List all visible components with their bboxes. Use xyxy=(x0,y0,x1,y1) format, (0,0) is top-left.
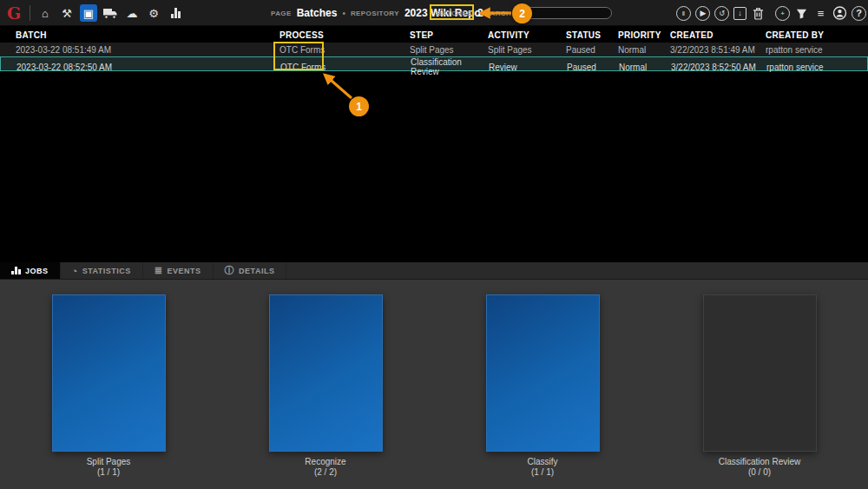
cell-created-by: rpatton service xyxy=(766,63,867,72)
job-count: (1 / 1) xyxy=(97,467,120,477)
cell-activity: Review xyxy=(489,63,567,72)
truck-icon[interactable] xyxy=(102,4,119,22)
cell-step: Classification Review xyxy=(411,57,489,76)
column-header-batch: BATCH xyxy=(16,30,279,40)
table-row-selected[interactable]: 2023-03-22 08:52:50 AM OTC Forms Classif… xyxy=(0,56,868,71)
batch-processing-icon[interactable]: ▣ xyxy=(80,4,97,22)
cell-activity: Split Pages xyxy=(488,45,566,55)
repository-label: REPOSITORY xyxy=(351,10,399,17)
details-tab-icon: ⓘ xyxy=(225,264,235,277)
tab-label: DETAILS xyxy=(239,267,274,275)
cell-batch: 2023-03-22 08:52:50 AM xyxy=(16,63,280,72)
play-button[interactable]: ▶ xyxy=(695,6,710,21)
top-bar: G ⌂ ⚒ ▣ ☁ ⚙ PAGE Batches • REPOSITORY 20… xyxy=(0,0,868,26)
column-header-process: PROCESS xyxy=(279,30,410,40)
tab-label: JOBS xyxy=(25,267,49,275)
cell-process: OTC Forms xyxy=(280,63,411,72)
callout-badge-1: 1 xyxy=(349,96,369,116)
column-header-created: CREATED xyxy=(670,30,766,40)
job-title: Classify xyxy=(527,457,557,466)
download-button[interactable]: ↓ xyxy=(733,7,746,20)
cloud-upload-icon[interactable]: ☁ xyxy=(123,4,141,22)
grooper-logo: G xyxy=(7,3,21,23)
column-header-status: STATUS xyxy=(566,30,618,40)
job-thumbnail-classification-review[interactable] xyxy=(703,294,817,452)
history-icon[interactable]: ↺ xyxy=(714,6,729,21)
pause-button[interactable]: ‖ xyxy=(676,6,691,21)
search-input[interactable] xyxy=(515,7,612,19)
design-icon[interactable]: ⚒ xyxy=(58,4,76,22)
table-row[interactable]: 2023-03-22 08:51:49 AM OTC Forms Split P… xyxy=(0,43,868,56)
tab-label: EVENTS xyxy=(168,267,201,275)
column-header-step: STEP xyxy=(410,30,488,40)
job-title: Recognize xyxy=(305,457,345,466)
help-icon[interactable]: ? xyxy=(852,6,866,21)
infrastructure-icon[interactable]: ⚙ xyxy=(145,4,162,22)
callout-arrow-1 xyxy=(325,75,352,98)
column-header-created-by: CREATED BY xyxy=(766,30,868,40)
events-tab-icon: ≣ xyxy=(155,265,163,276)
cell-created: 3/22/2023 8:52:50 AM xyxy=(671,63,766,72)
cell-batch: 2023-03-22 08:51:49 AM xyxy=(16,45,279,55)
system-icon-group: ≡ ? xyxy=(813,0,866,26)
tab-statistics[interactable]: ◔ STATISTICS xyxy=(61,262,143,279)
list-action-group: + xyxy=(775,0,809,26)
job-item: Split Pages (1 / 1) xyxy=(0,280,217,489)
batch-table-header: BATCH PROCESS STEP ACTIVITY STATUS PRIOR… xyxy=(0,28,868,43)
job-title: Classification Review xyxy=(719,457,800,466)
tab-details[interactable]: ⓘ DETAILS xyxy=(214,262,287,279)
tab-jobs[interactable]: JOBS xyxy=(0,262,61,279)
job-item: Recognize (2 / 2) xyxy=(217,280,434,489)
tab-events[interactable]: ≣ EVENTS xyxy=(143,262,214,279)
search-area: SEARCH xyxy=(480,0,612,26)
job-control-group: ‖ ▶ ↺ ↓ xyxy=(676,0,766,26)
job-title: Split Pages xyxy=(87,457,131,466)
job-count: (2 / 2) xyxy=(314,467,337,477)
page-label: PAGE xyxy=(271,10,292,17)
batches-counter: BATCHES 2 xyxy=(437,0,483,26)
account-icon[interactable] xyxy=(832,6,847,21)
column-header-activity: ACTIVITY xyxy=(488,30,566,40)
job-count: (0 / 0) xyxy=(748,467,771,477)
nav-icon-group: ⌂ ⚒ ▣ ☁ ⚙ xyxy=(36,0,184,26)
column-header-priority: PRIORITY xyxy=(618,30,670,40)
bar-chart-icon xyxy=(171,8,181,18)
job-count: (1 / 1) xyxy=(531,467,554,477)
cell-process: OTC Forms xyxy=(279,45,410,55)
tab-label: STATISTICS xyxy=(82,267,131,275)
job-thumbnail-split-pages[interactable] xyxy=(52,294,166,452)
trash-icon[interactable] xyxy=(751,6,766,21)
search-label: SEARCH xyxy=(480,10,511,17)
cell-status: Paused xyxy=(566,45,618,55)
statistics-tab-icon: ◔ xyxy=(72,266,78,276)
detail-tab-bar: JOBS ◔ STATISTICS ≣ EVENTS ⓘ DETAILS xyxy=(0,262,868,280)
job-thumbnail-classify[interactable] xyxy=(486,294,600,452)
breadcrumb-separator: • xyxy=(342,9,345,18)
filter-icon[interactable] xyxy=(794,6,809,21)
jobs-tab-icon xyxy=(11,267,21,274)
home-icon[interactable]: ⌂ xyxy=(36,4,54,22)
topbar-divider xyxy=(30,5,30,21)
cell-priority: Normal xyxy=(618,45,670,55)
batches-label: BATCHES xyxy=(437,10,472,17)
page-value: Batches xyxy=(297,7,338,19)
cell-step: Split Pages xyxy=(410,45,488,55)
job-item: Classify (1 / 1) xyxy=(434,280,651,489)
cell-created: 3/22/2023 8:51:49 AM xyxy=(670,45,766,55)
cell-status: Paused xyxy=(567,63,619,72)
services-icon[interactable]: ≡ xyxy=(813,6,828,21)
job-item: Classification Review (0 / 0) xyxy=(651,280,868,489)
jobs-panel: Split Pages (1 / 1) Recognize (2 / 2) Cl… xyxy=(0,280,868,489)
stats-icon[interactable] xyxy=(167,4,184,22)
job-thumbnail-recognize[interactable] xyxy=(269,294,383,452)
cell-created-by: rpatton service xyxy=(766,45,868,55)
add-button[interactable]: + xyxy=(775,6,790,21)
detail-panel: JOBS ◔ STATISTICS ≣ EVENTS ⓘ DETAILS Spl… xyxy=(0,262,868,489)
cell-priority: Normal xyxy=(619,63,671,72)
